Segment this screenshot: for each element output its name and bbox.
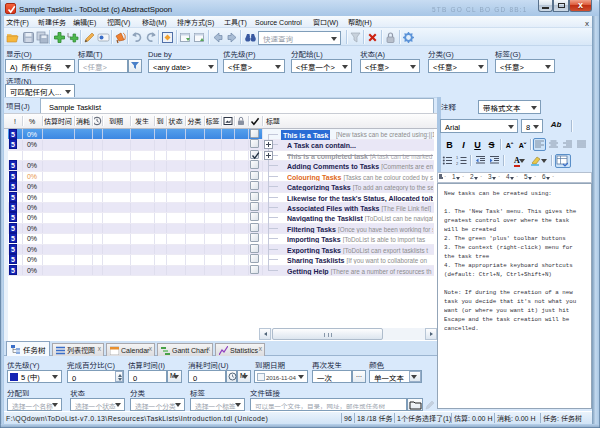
svg-text:2: 2 <box>456 160 459 166</box>
